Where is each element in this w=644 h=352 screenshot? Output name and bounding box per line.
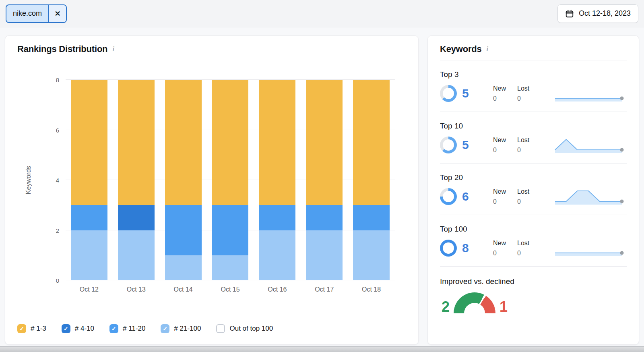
info-icon[interactable]: i: [486, 45, 489, 53]
lost-stat-value: 0: [517, 95, 541, 102]
close-icon[interactable]: ✕: [48, 5, 66, 22]
keywords-count-group: 8: [440, 240, 493, 257]
legend-item[interactable]: ✓# 1-3: [17, 324, 46, 333]
legend-label: # 4-10: [75, 325, 94, 333]
donut-hole: [443, 88, 454, 99]
y-axis-title: Keywords: [25, 166, 32, 194]
x-axis-label: Oct 13: [118, 286, 155, 293]
domain-chip[interactable]: nike.com ✕: [6, 4, 67, 23]
bar-oct-14: [165, 80, 202, 280]
keywords-row-body: 5New0Lost0: [440, 84, 627, 103]
donut-hole: [443, 139, 454, 151]
date-range-button[interactable]: Oct 12-18, 2023: [557, 4, 638, 23]
date-range-label: Oct 12-18, 2023: [579, 9, 631, 18]
info-icon[interactable]: i: [111, 45, 115, 53]
donut-hole: [443, 242, 454, 254]
donut-chart: [440, 85, 457, 102]
lost-stat: Lost0: [517, 85, 541, 102]
bar-segment: [306, 80, 343, 205]
checkbox-icon[interactable]: ✓: [161, 324, 169, 333]
bar-oct-18: [353, 80, 390, 280]
keywords-count-group: 5: [440, 85, 493, 102]
checkbox-icon[interactable]: [216, 324, 225, 333]
rankings-title: Rankings Distribution: [17, 44, 107, 54]
x-axis-labels: Oct 12Oct 13Oct 14Oct 15Oct 16Oct 17Oct …: [66, 286, 395, 293]
x-axis-label: Oct 12: [71, 286, 107, 293]
donut-hole: [443, 191, 454, 202]
bar-segment: [212, 205, 249, 255]
declined-count: 1: [500, 301, 508, 313]
y-tick-label: 6: [56, 126, 59, 133]
legend-label: # 11-20: [123, 325, 145, 333]
bar-segment: [259, 205, 295, 230]
chart-legend: ✓# 1-3✓# 4-10✓# 11-20✓# 21-100Out of top…: [5, 324, 418, 333]
bar-segment: [118, 230, 155, 281]
new-stat-value: 0: [493, 147, 517, 154]
trend-sparkline: [554, 187, 627, 206]
keywords-row-title: Top 20: [440, 173, 627, 182]
domain-chip-label: nike.com: [6, 5, 48, 22]
bar-segment: [165, 255, 202, 280]
new-stat-label: New: [493, 240, 517, 247]
legend-item[interactable]: ✓# 11-20: [109, 324, 145, 333]
legend-item[interactable]: ✓# 21-100: [161, 324, 201, 333]
keywords-row-body: 6New0Lost0: [440, 187, 627, 206]
calendar-icon: [565, 9, 574, 18]
bar-segment: [259, 230, 295, 281]
new-stat-label: New: [493, 137, 517, 144]
bar-segment: [353, 80, 390, 205]
keywords-row: Top 1008New0Lost0: [440, 215, 627, 267]
bar-oct-16: [259, 80, 295, 280]
keywords-header: Keywords i: [440, 36, 627, 60]
lost-stat-label: Lost: [517, 85, 541, 92]
new-stat-value: 0: [493, 95, 517, 102]
lost-stat: Lost0: [517, 137, 541, 154]
bar-segment: [165, 80, 202, 205]
bar-segment: [71, 80, 107, 205]
keywords-row: Top 35New0Lost0: [440, 60, 627, 112]
improved-declined-gauge: [454, 292, 495, 313]
keywords-row-title: Top 10: [440, 122, 627, 130]
bar-oct-17: [306, 80, 343, 280]
x-axis-label: Oct 14: [165, 286, 202, 293]
bar-segment: [306, 230, 343, 281]
checkbox-icon[interactable]: ✓: [109, 324, 118, 333]
lost-stat-label: Lost: [517, 188, 541, 195]
bar-segment: [71, 230, 107, 281]
legend-label: # 1-3: [31, 325, 46, 333]
bar-segment: [165, 205, 202, 255]
keywords-count: 5: [462, 139, 469, 151]
bar-segment: [353, 230, 390, 281]
dashboard-content: Rankings Distribution i Keywords 02468 O…: [0, 27, 644, 352]
new-stat: New0: [493, 240, 517, 257]
donut-chart: [440, 137, 457, 153]
new-stat: New0: [493, 188, 517, 205]
legend-item[interactable]: Out of top 100: [216, 324, 273, 333]
page-bottom-edge: [0, 346, 644, 352]
lost-stat-value: 0: [517, 147, 541, 154]
keywords-count: 8: [462, 242, 469, 254]
y-tick-label: 4: [56, 177, 59, 184]
trend-sparkline: [554, 136, 627, 154]
lost-stat-label: Lost: [517, 240, 541, 247]
improved-declined-label: Improved vs. declined: [440, 277, 627, 286]
legend-item[interactable]: ✓# 4-10: [62, 324, 94, 333]
legend-label: # 21-100: [174, 325, 201, 333]
keywords-count-group: 6: [440, 188, 493, 205]
donut-chart: [440, 188, 457, 205]
bar-segment: [212, 255, 249, 280]
lost-stat: Lost0: [517, 240, 541, 257]
new-stat-label: New: [493, 85, 517, 92]
checkbox-icon[interactable]: ✓: [17, 324, 26, 333]
lost-stat-label: Lost: [517, 137, 541, 144]
lost-stat-value: 0: [517, 198, 541, 205]
trend-sparkline: [554, 239, 627, 257]
x-axis-label: Oct 15: [212, 286, 249, 293]
bar-segment: [306, 205, 343, 230]
keywords-card: Keywords i Top 35New0Lost0Top 105New0Los…: [427, 35, 639, 345]
improved-count: 2: [442, 301, 450, 313]
legend-label: Out of top 100: [229, 325, 273, 333]
bar-oct-12: [71, 80, 107, 280]
checkbox-icon[interactable]: ✓: [62, 324, 70, 333]
x-axis-label: Oct 16: [259, 286, 295, 293]
